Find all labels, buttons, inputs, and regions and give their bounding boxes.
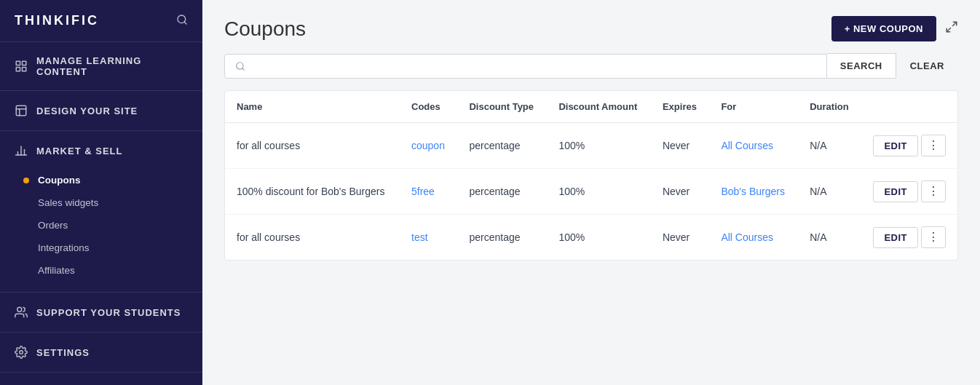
sidebar: THINKIFIC MANAGE LEARNING CONTENT DESIGN… bbox=[0, 0, 202, 385]
logo-text: THINKIFIC bbox=[15, 13, 99, 28]
svg-rect-6 bbox=[16, 106, 26, 116]
sidebar-item-market-sell[interactable]: MARKET & SELL bbox=[0, 135, 202, 166]
cell-codes: 5free bbox=[400, 169, 457, 215]
sidebar-item-sales-widgets[interactable]: Sales widgets bbox=[0, 191, 202, 214]
sidebar-item-design-site-label: DESIGN YOUR SITE bbox=[36, 106, 138, 116]
sidebar-item-coupons[interactable]: Coupons bbox=[0, 169, 202, 191]
cell-duration: N/A bbox=[798, 169, 861, 215]
sidebar-item-settings[interactable]: SETTINGS bbox=[0, 337, 202, 368]
cell-name: 100% discount for Bob's Burgers bbox=[225, 169, 400, 215]
cell-codes: test bbox=[400, 215, 457, 261]
main-content: Coupons + NEW COUPON SEARCH CLEAR Nam bbox=[202, 0, 980, 385]
sidebar-item-design-site[interactable]: DESIGN YOUR SITE bbox=[0, 95, 202, 126]
sidebar-item-support-students-label: SUPPORT YOUR STUDENTS bbox=[36, 307, 181, 318]
col-discount-type: Discount Type bbox=[457, 91, 547, 123]
cell-discount-type: percentage bbox=[457, 169, 547, 215]
nav-support-section: SUPPORT YOUR STUDENTS bbox=[0, 293, 202, 333]
nav-settings-section: SETTINGS bbox=[0, 333, 202, 373]
sidebar-item-market-sell-label: MARKET & SELL bbox=[36, 146, 122, 156]
sidebar-item-manage-learning[interactable]: MANAGE LEARNING CONTENT bbox=[0, 47, 202, 86]
col-name: Name bbox=[225, 91, 400, 123]
search-input[interactable] bbox=[251, 60, 816, 72]
cell-duration: N/A bbox=[798, 123, 861, 169]
svg-rect-4 bbox=[16, 68, 20, 71]
cell-name: for all courses bbox=[225, 123, 400, 169]
cell-for: Bob's Burgers bbox=[709, 169, 798, 215]
cell-for: All Courses bbox=[709, 215, 798, 261]
cell-discount-type: percentage bbox=[457, 123, 547, 169]
col-codes: Codes bbox=[400, 91, 457, 123]
svg-rect-3 bbox=[23, 61, 26, 65]
sidebar-item-support-students[interactable]: SUPPORT YOUR STUDENTS bbox=[0, 297, 202, 328]
svg-line-16 bbox=[947, 28, 950, 32]
col-duration: Duration bbox=[798, 91, 861, 123]
market-sell-subnav: Coupons Sales widgets Orders Integration… bbox=[0, 166, 202, 287]
svg-point-14 bbox=[20, 351, 23, 354]
col-for: For bbox=[709, 91, 798, 123]
sidebar-item-manage-learning-label: MANAGE LEARNING CONTENT bbox=[36, 55, 188, 77]
table-header-row: Name Codes Discount Type Discount Amount… bbox=[225, 91, 957, 123]
cell-discount-amount: 100% bbox=[547, 215, 651, 261]
nav-manage-learning-section: MANAGE LEARNING CONTENT bbox=[0, 42, 202, 91]
cell-name: for all courses bbox=[225, 215, 400, 261]
more-button-0[interactable]: ⋮ bbox=[921, 135, 946, 156]
page-title: Coupons bbox=[224, 17, 306, 41]
svg-rect-2 bbox=[16, 61, 20, 65]
cell-expires: Never bbox=[651, 215, 710, 261]
svg-point-13 bbox=[17, 307, 22, 311]
edit-button-2[interactable]: EDIT bbox=[873, 227, 918, 248]
table-row: for all courses coupon percentage 100% N… bbox=[225, 123, 957, 169]
nav-market-section: MARKET & SELL Coupons Sales widgets Orde… bbox=[0, 131, 202, 293]
coupons-table-wrap: Name Codes Discount Type Discount Amount… bbox=[224, 90, 958, 261]
header-actions: + NEW COUPON bbox=[831, 16, 958, 41]
nav-design-section: DESIGN YOUR SITE bbox=[0, 91, 202, 131]
cell-expires: Never bbox=[651, 123, 710, 169]
sidebar-logo: THINKIFIC bbox=[0, 0, 202, 42]
search-icon[interactable] bbox=[176, 14, 188, 28]
search-button[interactable]: SEARCH bbox=[827, 53, 896, 79]
sidebar-item-orders[interactable]: Orders bbox=[0, 214, 202, 237]
search-icon bbox=[235, 61, 245, 71]
more-button-1[interactable]: ⋮ bbox=[921, 180, 946, 202]
search-bar: SEARCH CLEAR bbox=[202, 53, 980, 90]
svg-line-15 bbox=[953, 22, 957, 25]
table-row: for all courses test percentage 100% Nev… bbox=[225, 215, 957, 261]
sidebar-item-settings-label: SETTINGS bbox=[36, 347, 90, 358]
more-button-2[interactable]: ⋮ bbox=[921, 226, 946, 248]
svg-line-18 bbox=[242, 68, 245, 70]
search-input-wrap bbox=[224, 54, 827, 79]
cell-codes: coupon bbox=[400, 123, 457, 169]
cell-actions: EDIT ⋮ bbox=[861, 215, 957, 261]
col-expires: Expires bbox=[651, 91, 710, 123]
cell-discount-amount: 100% bbox=[547, 123, 651, 169]
edit-button-0[interactable]: EDIT bbox=[873, 135, 918, 156]
sidebar-item-integrations[interactable]: Integrations bbox=[0, 237, 202, 259]
edit-button-1[interactable]: EDIT bbox=[873, 181, 918, 202]
col-actions bbox=[861, 91, 957, 123]
cell-actions: EDIT ⋮ bbox=[861, 169, 957, 215]
svg-rect-5 bbox=[23, 68, 26, 71]
cell-actions: EDIT ⋮ bbox=[861, 123, 957, 169]
expand-button[interactable] bbox=[945, 20, 958, 37]
clear-button[interactable]: CLEAR bbox=[896, 53, 958, 79]
new-coupon-button[interactable]: + NEW COUPON bbox=[831, 16, 936, 41]
page-header: Coupons + NEW COUPON bbox=[202, 0, 980, 53]
cell-expires: Never bbox=[651, 169, 710, 215]
svg-line-1 bbox=[184, 22, 186, 24]
active-indicator bbox=[23, 178, 29, 183]
cell-discount-type: percentage bbox=[457, 215, 547, 261]
col-discount-amount: Discount Amount bbox=[547, 91, 651, 123]
sidebar-item-affiliates[interactable]: Affiliates bbox=[0, 259, 202, 282]
table-row: 100% discount for Bob's Burgers 5free pe… bbox=[225, 169, 957, 215]
cell-duration: N/A bbox=[798, 215, 861, 261]
cell-discount-amount: 100% bbox=[547, 169, 651, 215]
cell-for: All Courses bbox=[709, 123, 798, 169]
coupons-table: Name Codes Discount Type Discount Amount… bbox=[225, 91, 957, 260]
